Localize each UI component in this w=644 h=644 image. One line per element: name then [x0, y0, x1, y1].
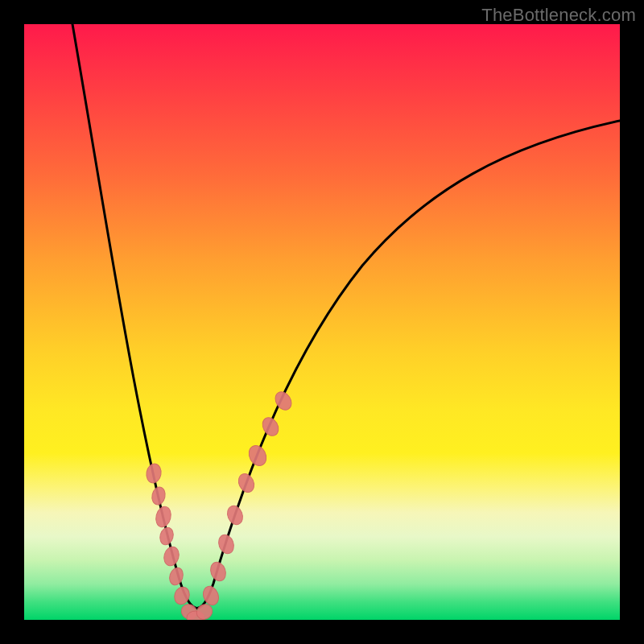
chart-marker [246, 443, 270, 469]
watermark-text: TheBottleneck.com [481, 5, 636, 26]
chart-svg [24, 24, 620, 620]
chart-marker [259, 415, 282, 439]
chart-marker [208, 560, 228, 584]
chart-marker [236, 471, 257, 494]
chart-marker [154, 505, 173, 529]
chart-marker [158, 526, 175, 546]
chart-marker [225, 504, 246, 527]
chart-plot-area [24, 24, 620, 620]
chart-marker [162, 545, 181, 568]
chart-markers [145, 389, 295, 620]
chart-marker [151, 486, 167, 506]
chart-marker [216, 533, 236, 556]
chart-curve [72, 24, 620, 608]
chart-frame: TheBottleneck.com [0, 0, 644, 644]
chart-marker [145, 463, 163, 485]
chart-marker [167, 566, 185, 587]
